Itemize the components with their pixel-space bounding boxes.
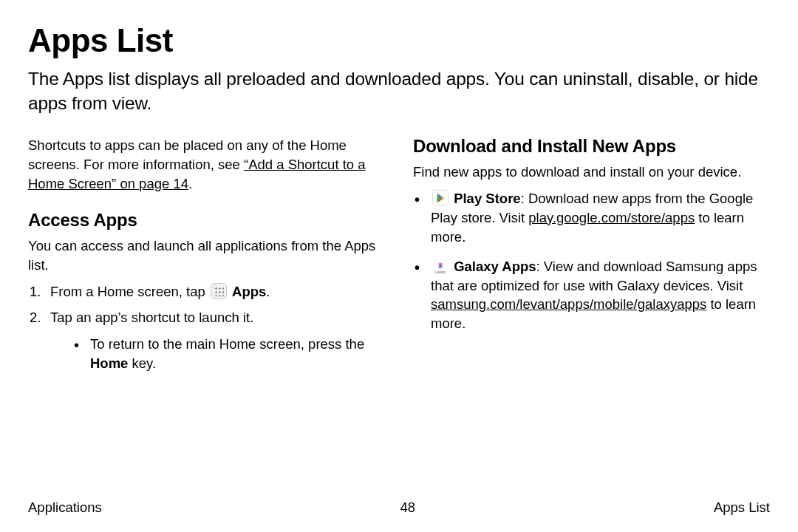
step-2-subitem: To return to the main Home screen, press… <box>72 335 385 373</box>
galaxy-apps-item: • Galaxy Galaxy Apps: View and download … <box>413 257 770 334</box>
galaxy-apps-icon: Galaxy <box>432 258 449 274</box>
play-store-item: • Play Store: Download new apps from the… <box>413 189 770 247</box>
galaxy-apps-label: Galaxy Apps <box>454 259 536 274</box>
document-page: Apps List The Apps list displays all pre… <box>0 0 798 532</box>
access-apps-body: You can access and launch all applicatio… <box>28 236 385 275</box>
step-1-apps-label: Apps <box>232 284 266 299</box>
download-heading: Download and Install New Apps <box>413 136 770 157</box>
download-body: Find new apps to download and install on… <box>413 163 770 182</box>
app-sources-list: • Play Store: Download new apps from the… <box>413 189 770 333</box>
step-1-end: . <box>266 284 270 299</box>
right-column: Download and Install New Apps Find new a… <box>413 136 770 383</box>
shortcut-note: Shortcuts to apps can be placed on any o… <box>28 136 385 194</box>
play-store-icon <box>432 190 449 206</box>
step-2-sublist: To return to the main Home screen, press… <box>50 335 385 373</box>
svg-marker-3 <box>442 196 445 200</box>
footer-topic: Apps List <box>714 499 770 516</box>
step-1-prefix: From a Home screen, tap <box>50 284 209 299</box>
step-2-text: Tap an app’s shortcut to launch it. <box>50 310 253 325</box>
step-2-sub-suffix: key. <box>128 355 156 371</box>
apps-grid-icon <box>211 283 227 299</box>
footer-section-name: Applications <box>28 499 102 516</box>
intro-paragraph: The Apps list displays all preloaded and… <box>28 66 770 115</box>
svg-point-4 <box>439 264 442 267</box>
left-column: Shortcuts to apps can be placed on any o… <box>28 136 385 383</box>
shortcut-note-suffix: . <box>188 176 192 191</box>
galaxy-apps-link[interactable]: samsung.com/levant/apps/mobile/galaxyapp… <box>431 296 706 312</box>
step-2-sub-home: Home <box>90 355 128 371</box>
bullet-icon: • <box>415 257 420 278</box>
page-title: Apps List <box>28 22 770 59</box>
step-2-sub-prefix: To return to the main Home screen, press… <box>90 336 364 352</box>
footer-page-number: 48 <box>400 499 416 516</box>
two-column-layout: Shortcuts to apps can be placed on any o… <box>28 136 770 383</box>
play-store-link[interactable]: play.google.com/store/apps <box>528 210 695 225</box>
bullet-icon: • <box>415 189 420 210</box>
play-store-label: Play Store <box>454 191 521 206</box>
access-apps-heading: Access Apps <box>28 210 385 231</box>
galaxy-icon-sublabel: Galaxy <box>432 270 449 275</box>
step-1: From a Home screen, tap Apps. <box>28 282 385 301</box>
page-footer: Applications 48 Apps List <box>28 499 770 516</box>
access-steps-list: From a Home screen, tap Apps. Tap an app… <box>28 282 385 374</box>
step-2: Tap an app’s shortcut to launch it. To r… <box>28 308 385 373</box>
